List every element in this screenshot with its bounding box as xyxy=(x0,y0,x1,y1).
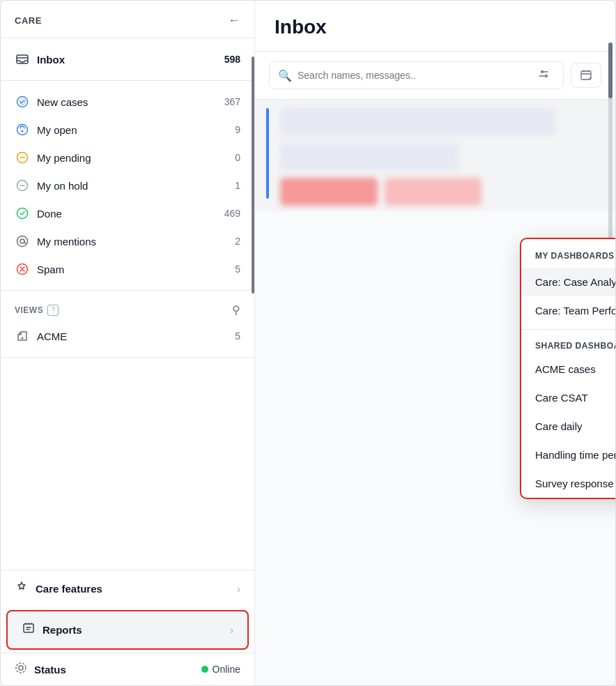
spam-label: Spam xyxy=(37,264,235,275)
nav-item-my-on-hold[interactable]: My on hold 1 xyxy=(1,172,254,199)
blue-bar xyxy=(266,108,269,199)
care-features-item[interactable]: Care features › xyxy=(1,570,254,607)
new-cases-count: 367 xyxy=(224,96,240,107)
app-container: CARE ← Inbox 598 xyxy=(0,0,616,686)
sidebar-title: CARE xyxy=(15,15,42,26)
my-open-icon xyxy=(15,122,30,137)
blurred-card-4 xyxy=(385,178,482,206)
dashboard-item-handling-time[interactable]: Handling time per month xyxy=(521,441,615,469)
spam-count: 5 xyxy=(235,264,240,275)
svg-point-9 xyxy=(20,239,24,243)
new-cases-label: New cases xyxy=(37,96,224,108)
care-features-arrow: › xyxy=(237,584,240,595)
nav-item-my-open[interactable]: My open 9 xyxy=(1,116,254,144)
inbox-count: 598 xyxy=(224,54,240,65)
calendar-button[interactable] xyxy=(571,63,601,88)
views-section: VIEWS ? ⚲ ACME 5 xyxy=(1,291,254,358)
done-icon xyxy=(15,206,30,221)
views-title: VIEWS xyxy=(15,305,43,315)
my-mentions-icon xyxy=(15,234,30,249)
filter-icon[interactable] xyxy=(534,68,555,83)
search-area: 🔍 xyxy=(255,52,615,100)
reports-item[interactable]: Reports › xyxy=(6,610,249,650)
status-label: Status xyxy=(34,664,201,676)
blurred-card-1 xyxy=(280,108,555,136)
my-dashboards-title: MY DASHBOARDS xyxy=(535,251,615,261)
status-item[interactable]: Status Online xyxy=(1,653,254,685)
svg-point-13 xyxy=(16,663,26,673)
svg-point-8 xyxy=(17,236,28,247)
search-input-wrapper: 🔍 xyxy=(269,61,564,89)
nav-item-new-cases[interactable]: New cases 367 xyxy=(1,88,254,116)
dashboard-item-acme-cases[interactable]: ACME cases xyxy=(521,355,615,383)
svg-point-4 xyxy=(22,130,24,132)
case-analysis-label: Care: Case Analysis xyxy=(535,276,615,288)
views-help-icon[interactable]: ? xyxy=(47,305,59,316)
reports-label: Reports xyxy=(43,624,230,636)
spam-icon xyxy=(15,261,30,277)
main-content: Inbox 🔍 xyxy=(255,1,615,685)
blurred-content-area xyxy=(255,100,615,211)
done-label: Done xyxy=(37,208,224,220)
views-label-group: VIEWS ? xyxy=(15,305,59,316)
my-mentions-count: 2 xyxy=(235,236,240,247)
my-on-hold-count: 1 xyxy=(235,180,240,191)
team-performance-label: Care: Team Performance xyxy=(535,305,615,317)
reports-icon xyxy=(22,621,36,639)
inbox-label: Inbox xyxy=(37,54,224,66)
nav-item-my-mentions[interactable]: My mentions 2 xyxy=(1,227,254,255)
dashboard-item-case-analysis[interactable]: Care: Case Analysis xyxy=(521,268,615,296)
dashboard-item-care-csat[interactable]: Care CSAT xyxy=(521,383,615,412)
acme-count: 5 xyxy=(235,330,240,342)
shared-dashboards-title: SHARED DASHBOARDS xyxy=(521,334,615,355)
sidebar-scrollbar[interactable] xyxy=(252,56,254,294)
reports-arrow: › xyxy=(230,625,233,636)
survey-response-label: Survey response time xyxy=(535,478,615,489)
bottom-nav: Care features › Reports › xyxy=(1,570,254,685)
my-open-count: 9 xyxy=(235,124,240,135)
care-features-label: Care features xyxy=(36,583,237,595)
blurred-card-3 xyxy=(280,178,378,206)
acme-icon xyxy=(15,328,30,344)
dashboard-item-survey-response[interactable]: Survey response time xyxy=(521,469,615,498)
nav-item-acme[interactable]: ACME 5 xyxy=(1,322,254,350)
nav-item-done[interactable]: Done 469 xyxy=(1,199,254,227)
nav-item-spam[interactable]: Spam 5 xyxy=(1,255,254,283)
main-title: Inbox xyxy=(275,16,327,38)
done-count: 469 xyxy=(224,208,240,219)
main-scrollbar-thumb xyxy=(608,43,613,98)
dashboard-item-care-daily[interactable]: Care daily xyxy=(521,412,615,441)
nav-item-inbox[interactable]: Inbox 598 xyxy=(1,45,254,73)
svg-point-16 xyxy=(546,75,548,77)
search-input[interactable] xyxy=(298,70,534,81)
dropdown-header: MY DASHBOARDS Create dashboard xyxy=(521,239,615,268)
nav-item-my-pending[interactable]: My pending 0 xyxy=(1,144,254,172)
main-header: Inbox xyxy=(255,1,615,52)
my-open-label: My open xyxy=(37,124,235,136)
views-search-icon[interactable]: ⚲ xyxy=(232,303,240,317)
dashboard-item-team-performance[interactable]: Care: Team Performance xyxy=(521,296,615,325)
blurred-card-2 xyxy=(280,143,459,171)
care-csat-label: Care CSAT xyxy=(535,392,588,404)
nav-items-section: New cases 367 My open 9 xyxy=(1,81,254,291)
handling-time-label: Handling time per month xyxy=(535,449,615,461)
status-dot xyxy=(201,666,208,673)
dropdown-divider xyxy=(521,329,615,330)
svg-point-11 xyxy=(22,337,24,340)
dashboard-dropdown: MY DASHBOARDS Create dashboard Care: Cas… xyxy=(520,238,615,499)
acme-cases-label: ACME cases xyxy=(535,363,596,375)
svg-point-14 xyxy=(19,666,23,670)
search-icon: 🔍 xyxy=(278,69,292,82)
care-features-icon xyxy=(15,580,29,597)
status-value: Online xyxy=(213,664,240,675)
svg-rect-12 xyxy=(24,624,33,632)
inbox-section: Inbox 598 xyxy=(1,38,254,81)
sidebar: CARE ← Inbox 598 xyxy=(1,1,255,685)
sidebar-header: CARE ← xyxy=(1,1,254,38)
back-icon[interactable]: ← xyxy=(228,13,240,28)
my-pending-icon xyxy=(15,150,30,165)
views-header: VIEWS ? ⚲ xyxy=(1,298,254,322)
status-icon xyxy=(15,662,27,677)
my-mentions-label: My mentions xyxy=(37,236,235,247)
new-cases-icon xyxy=(15,94,30,109)
